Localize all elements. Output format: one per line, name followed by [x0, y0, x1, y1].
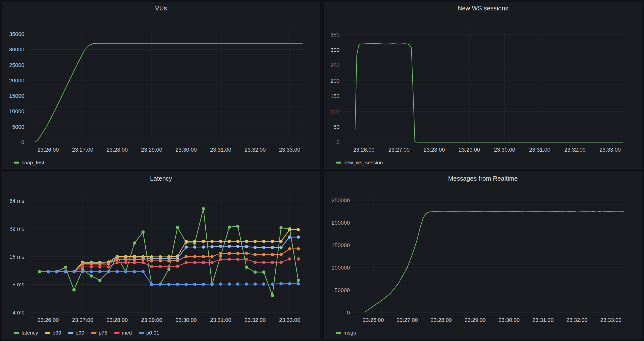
data-point [288, 247, 291, 250]
x-tick-label: 23:31:00 [210, 147, 232, 153]
data-point [133, 258, 136, 261]
data-point [254, 246, 257, 249]
legend-swatch-p90 [68, 332, 74, 334]
data-point [90, 265, 93, 268]
data-point [279, 282, 282, 285]
messages-from-realtime-chart[interactable]: 05000010000015000020000025000023:26:0023… [324, 172, 642, 339]
panel-title-messages-from-realtime[interactable]: Messages from Realtime [324, 175, 642, 182]
axis-labels: 4 ms8 ms16 ms32 ms64 ms23:26:0023:27:002… [10, 198, 300, 323]
y-tick-label: 100000 [332, 264, 350, 271]
data-point [124, 258, 128, 261]
data-point [64, 265, 67, 269]
data-point [228, 282, 231, 286]
data-point [254, 253, 257, 256]
legend-label: msgs [344, 330, 356, 335]
legend-label: p0.01 [146, 330, 160, 335]
data-point [271, 240, 274, 243]
data-point [279, 253, 282, 256]
x-tick-label: 23:30:00 [176, 317, 197, 323]
data-point [210, 240, 214, 243]
data-point [184, 245, 188, 249]
x-tick-label: 23:27:00 [72, 317, 93, 323]
legend-swatch-p99 [45, 332, 50, 334]
data-point [262, 282, 266, 286]
panel-latency: 4 ms8 ms16 ms32 ms64 ms23:26:0023:27:002… [2, 172, 320, 339]
legend-label: med [122, 330, 132, 335]
y-tick-label: 300 [330, 47, 340, 53]
y-tick-label: 64 ms [10, 198, 24, 204]
x-tick-label: 23:33:00 [600, 317, 622, 323]
x-tick-label: 23:26:00 [38, 147, 59, 153]
legend-item-latency[interactable]: latency [14, 330, 38, 335]
data-point [38, 270, 41, 273]
legend-item-p99[interactable]: p99 [45, 330, 61, 335]
series-lines [35, 43, 302, 142]
data-point [254, 240, 257, 243]
vus-chart[interactable]: 0500010000150002000025000300003500023:26… [2, 2, 320, 169]
legend-item-p75[interactable]: p75 [91, 330, 108, 335]
data-point [47, 270, 50, 273]
data-point [236, 225, 240, 228]
data-point [262, 270, 266, 274]
series-lines [38, 207, 300, 297]
data-point [254, 282, 257, 286]
data-point [288, 257, 291, 261]
legend-vus: snap_test [14, 160, 44, 165]
x-tick-label: 23:32:00 [244, 147, 266, 153]
x-tick-label: 23:28:00 [430, 317, 452, 323]
legend-label: p99 [52, 330, 61, 335]
y-tick-label: 0 [346, 309, 350, 316]
data-point [193, 261, 196, 264]
data-point [176, 283, 179, 286]
data-point [107, 265, 110, 268]
x-tick-label: 23:31:00 [529, 147, 550, 153]
panel-title-latency[interactable]: Latency [2, 175, 320, 182]
x-tick-label: 23:33:00 [599, 147, 621, 153]
data-point [202, 283, 205, 286]
panel-title-new-ws-sessions[interactable]: New WS sessions [324, 5, 642, 12]
data-point [254, 270, 257, 274]
data-point [228, 245, 231, 248]
x-tick-label: 23:27:00 [72, 147, 93, 153]
data-point [202, 255, 205, 258]
y-tick-label: 16 ms [10, 254, 24, 260]
data-point [124, 270, 128, 273]
latency-chart[interactable]: 4 ms8 ms16 ms32 ms64 ms23:26:0023:27:002… [2, 172, 320, 339]
data-point [90, 274, 93, 277]
data-point [116, 261, 119, 264]
y-tick-label: 4 ms [12, 309, 24, 316]
legend-item-msgs[interactable]: msgs [336, 330, 356, 335]
data-point [193, 240, 196, 243]
data-point [176, 226, 179, 229]
panel-title-vus[interactable]: VUs [2, 5, 320, 12]
data-point [288, 235, 291, 239]
legend-item-new_ws_session[interactable]: new_ws_session [336, 160, 383, 165]
legend-messages-from-realtime: msgs [336, 330, 356, 335]
legend-item-p90[interactable]: p90 [68, 330, 84, 335]
x-tick-label: 23:30:00 [176, 147, 197, 153]
data-point [72, 270, 76, 273]
y-tick-label: 50000 [334, 287, 350, 293]
legend-label: snap_test [22, 160, 44, 165]
y-tick-label: 200000 [332, 220, 350, 226]
data-point [81, 265, 84, 268]
x-tick-label: 23:27:00 [396, 317, 418, 323]
y-tick-label: 50 [334, 124, 339, 130]
series-line-msgs [365, 211, 623, 312]
legend-latency: latencyp99p90p75medp0.01 [14, 330, 159, 335]
x-tick-label: 23:29:00 [459, 147, 480, 153]
series-line-snap_test [35, 43, 302, 142]
x-tick-label: 23:33:00 [279, 317, 300, 323]
y-tick-label: 350 [330, 32, 340, 38]
legend-item-med[interactable]: med [114, 330, 132, 335]
legend-item-p0.01[interactable]: p0.01 [139, 330, 160, 335]
y-tick-label: 32 ms [10, 226, 24, 232]
legend-item-snap_test[interactable]: snap_test [14, 160, 44, 165]
data-point [236, 252, 240, 255]
x-tick-label: 23:28:00 [106, 317, 128, 323]
y-tick-label: 20000 [9, 78, 24, 84]
data-point [288, 228, 291, 231]
data-point [107, 263, 110, 266]
new-ws-sessions-chart[interactable]: 05010015020025030035023:26:0023:27:0023:… [324, 2, 642, 169]
data-point [193, 283, 196, 286]
